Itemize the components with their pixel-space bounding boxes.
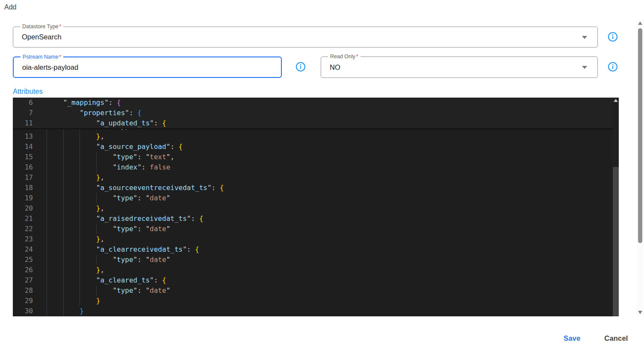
datastore-type-select[interactable]: Datastore Type* OpenSearch bbox=[13, 27, 598, 48]
editor-scrollbar[interactable] bbox=[613, 98, 619, 316]
code-line: 16 "index": false bbox=[13, 162, 619, 173]
code-line: 13 }, bbox=[13, 131, 619, 142]
code-line: 20 }, bbox=[13, 203, 619, 214]
line-number: 23 bbox=[13, 234, 38, 244]
page-scrollbar[interactable] bbox=[637, 20, 644, 316]
line-number: 29 bbox=[13, 296, 38, 306]
pstream-name-field[interactable]: Pstream Name* bbox=[13, 57, 282, 78]
attributes-code-editor[interactable]: 6 "_mappings": {7 "properties": {11 "a_u… bbox=[13, 98, 619, 316]
line-number: 19 bbox=[13, 193, 38, 203]
line-number: 28 bbox=[13, 286, 38, 296]
line-number: 18 bbox=[13, 183, 38, 193]
editor-lines: 13 },14 "a_source_payload": {15 "type": … bbox=[13, 131, 619, 316]
required-asterisk: * bbox=[356, 54, 358, 59]
code-line: 22 "type": "date" bbox=[13, 224, 619, 234]
editor-scroll-up-icon[interactable] bbox=[614, 99, 618, 102]
read-only-info-icon[interactable] bbox=[608, 62, 618, 72]
code-line: 24 "a_clearreceivedat_ts": { bbox=[13, 244, 619, 255]
code-line: 29 } bbox=[13, 296, 619, 306]
code-line: 27 "a_cleared_ts": { bbox=[13, 275, 619, 286]
line-number: 27 bbox=[13, 275, 38, 286]
code-line: 17 }, bbox=[13, 173, 619, 183]
code-line: 15 "type": "text", bbox=[13, 152, 619, 162]
line-number: 6 bbox=[13, 98, 38, 108]
line-number: 24 bbox=[13, 244, 38, 255]
datastore-type-value: OpenSearch bbox=[22, 27, 62, 47]
line-number: 25 bbox=[13, 255, 38, 265]
line-number: 11 bbox=[13, 118, 38, 128]
line-number: 14 bbox=[13, 142, 38, 152]
line-number: 22 bbox=[13, 224, 38, 234]
datastore-type-info-icon[interactable] bbox=[608, 32, 618, 42]
save-button[interactable]: Save bbox=[561, 333, 583, 344]
cancel-button[interactable]: Cancel bbox=[602, 333, 630, 344]
code-line: 30 } bbox=[13, 306, 619, 316]
read-only-value: NO bbox=[330, 57, 340, 77]
attributes-label: Attributes bbox=[13, 87, 43, 95]
code-line: 14 "a_source_payload": { bbox=[13, 142, 619, 152]
scroll-up-arrow-icon[interactable] bbox=[638, 21, 642, 25]
code-line: 28 "type": "date" bbox=[13, 286, 619, 296]
dropdown-arrow-icon[interactable] bbox=[582, 66, 587, 69]
scroll-down-arrow-icon[interactable] bbox=[638, 311, 642, 314]
line-number: 30 bbox=[13, 306, 38, 316]
line-number: 13 bbox=[13, 131, 38, 142]
code-line: 6 "_mappings": { bbox=[13, 98, 619, 108]
code-line: 19 "type": "date" bbox=[13, 193, 619, 203]
code-line: 21 "a_raisedreceivedat_ts": { bbox=[13, 214, 619, 224]
code-line: 26 }, bbox=[13, 265, 619, 275]
line-number: 15 bbox=[13, 152, 38, 162]
line-number: 17 bbox=[13, 173, 38, 183]
editor-sticky-scroll: 6 "_mappings": {7 "properties": {11 "a_u… bbox=[13, 98, 619, 129]
line-number: 20 bbox=[13, 203, 38, 214]
line-number: 26 bbox=[13, 265, 38, 275]
line-number: 7 bbox=[13, 108, 38, 118]
read-only-select[interactable]: Read Only* NO bbox=[321, 57, 598, 78]
action-buttons: Save Cancel bbox=[561, 333, 631, 344]
page-title: Add bbox=[4, 3, 16, 11]
code-line: 7 "properties": { bbox=[13, 108, 619, 118]
line-number: 16 bbox=[13, 162, 38, 173]
code-line: 18 "a_sourceeventreceivedat_ts": { bbox=[13, 183, 619, 193]
code-line: 23 }, bbox=[13, 234, 619, 244]
code-line: 11 "a_updated_ts": { bbox=[13, 118, 619, 128]
line-number: 21 bbox=[13, 214, 38, 224]
pstream-name-input[interactable] bbox=[22, 63, 262, 71]
code-line: 25 "type": "date" bbox=[13, 255, 619, 265]
pstream-name-info-icon[interactable] bbox=[295, 62, 306, 72]
dropdown-arrow-icon[interactable] bbox=[582, 36, 587, 39]
editor-scrollbar-thumb[interactable] bbox=[613, 167, 619, 316]
page-scrollbar-thumb[interactable] bbox=[638, 28, 642, 243]
